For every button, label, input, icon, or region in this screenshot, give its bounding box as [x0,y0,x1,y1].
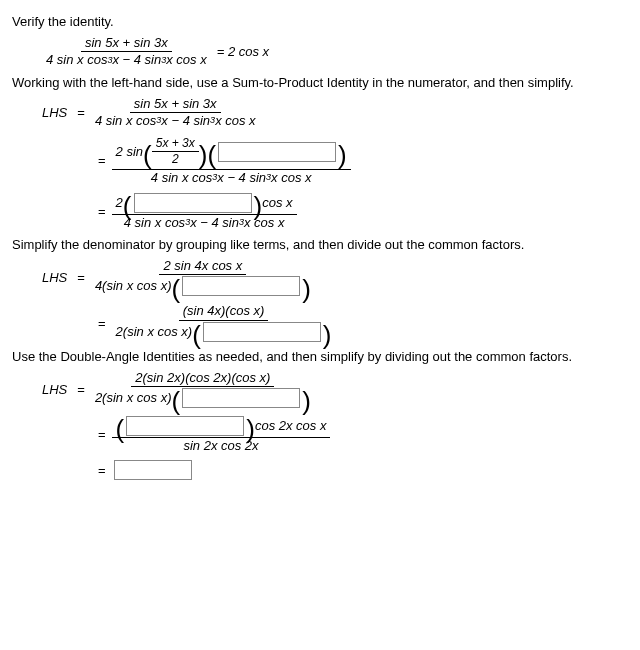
identity-row: sin 5x + sin 3x 4 sin x cos3 x − 4 sin3 … [12,35,628,69]
identity-lhs-frac: sin 5x + sin 3x 4 sin x cos3 x − 4 sin3 … [42,35,211,69]
step3-frac: 2 ( ) cos x 4 sin x cos3 x − 4 sin3 x co… [112,192,297,231]
step2-input[interactable] [218,142,336,162]
step6-row: LHS= 2(sin 2x)(cos 2x)(cos x) 2(sin x co… [12,370,628,409]
step1-frac: sin 5x + sin 3x 4 sin x cos3 x − 4 sin3 … [91,96,260,130]
step3-input[interactable] [134,193,252,213]
instruction-1: Working with the left-hand side, use a S… [12,75,628,90]
step5-input[interactable] [203,322,321,342]
step8-row: = [12,460,628,480]
step4-frac: 2 sin 4x cos x 4(sin x cos x) ( ) [91,258,315,297]
step3-row: = 2 ( ) cos x 4 sin x cos3 x − 4 sin3 x … [12,192,628,231]
step7-input[interactable] [126,416,244,436]
step2-frac: 2 sin ( 5x + 3x 2 ) ( ) 4 sin x cos3 x −… [112,135,351,186]
step6-frac: 2(sin 2x)(cos 2x)(cos x) 2(sin x cos x) … [91,370,315,409]
step4-row: LHS= 2 sin 4x cos x 4(sin x cos x) ( ) [12,258,628,297]
step7-frac: ( ) cos 2x cos x sin 2x cos 2x [112,415,331,454]
instruction-3: Use the Double-Angle Identities as neede… [12,349,628,364]
instruction-2: Simplify the denominator by grouping lik… [12,237,628,252]
step2-row: = 2 sin ( 5x + 3x 2 ) ( ) 4 sin x cos3 x… [12,135,628,186]
step1-row: LHS= sin 5x + sin 3x 4 sin x cos3 x − 4 … [12,96,628,130]
page-title: Verify the identity. [12,14,628,29]
step8-input[interactable] [114,460,192,480]
identity-rhs: = 2 cos x [217,44,269,59]
step6-input[interactable] [182,388,300,408]
step4-input[interactable] [182,276,300,296]
step5-frac: (sin 4x)(cos x) 2(sin x cos x) ( ) [112,303,336,342]
step7-row: = ( ) cos 2x cos x sin 2x cos 2x [12,415,628,454]
step5-row: = (sin 4x)(cos x) 2(sin x cos x) ( ) [12,303,628,342]
